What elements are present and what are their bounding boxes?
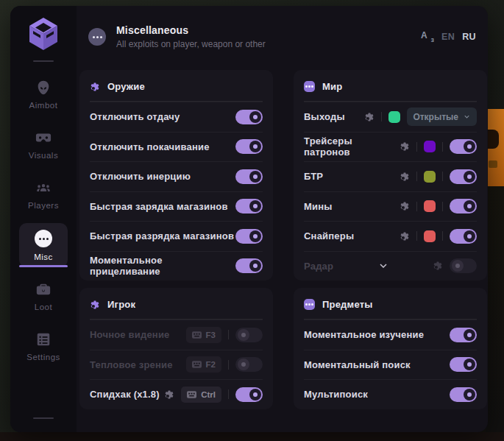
feature-label: Моментальный поиск: [304, 359, 411, 370]
sidebar-item-label: Visuals: [29, 151, 58, 160]
gear-icon[interactable]: [400, 141, 410, 152]
color-swatch[interactable]: [424, 141, 436, 152]
content-grid: Оружие Отключить отдачу Отключить покачи…: [77, 68, 488, 432]
keybind-badge[interactable]: F3: [186, 327, 221, 343]
people-icon: [35, 180, 52, 196]
feature-label: Трейсеры патронов: [304, 135, 400, 158]
alien-icon: [35, 80, 52, 96]
page-subtitle: All exploits on player, weapon or other: [116, 39, 266, 49]
feature-label: Отключить покачивание: [90, 141, 210, 152]
feature-label: Спидхак (x1.8): [90, 389, 160, 400]
sidebar-item-label: Loot: [35, 303, 52, 311]
gear-icon[interactable]: [364, 112, 375, 122]
keybind-label: Ctrl: [201, 390, 216, 399]
vr-goggles-icon: [35, 130, 52, 146]
feature-row: Отключить инерцию: [90, 161, 263, 191]
toggle-switch[interactable]: [235, 139, 263, 154]
feature-row: Снайперы: [304, 221, 477, 251]
feature-label: Отключить отдачу: [90, 111, 180, 122]
background-right-edge: [486, 186, 504, 432]
color-swatch[interactable]: [424, 230, 436, 242]
feature-label: Выходы: [304, 111, 345, 122]
feature-row: Быстрая разрядка магазинов: [90, 221, 263, 251]
toggle-switch[interactable]: [450, 169, 477, 184]
sidebar-divider-top: [33, 60, 54, 62]
gear-icon[interactable]: [400, 201, 410, 211]
sidebar-item-misc[interactable]: Misc: [19, 223, 68, 267]
feature-label: Отключить инерцию: [90, 171, 191, 182]
toggle-switch[interactable]: [450, 229, 477, 244]
toggle-switch[interactable]: [235, 199, 263, 214]
section-player: Игрок Ночное видение F3 Теплов: [79, 288, 273, 409]
toggle-switch[interactable]: [235, 169, 263, 184]
sidebar-item-label: Aimbot: [29, 101, 58, 110]
toggle-switch[interactable]: [450, 357, 477, 372]
exits-dropdown[interactable]: Открытые: [407, 107, 477, 126]
feature-label: Моментальное изучение: [304, 329, 424, 340]
chevron-down-icon[interactable]: [377, 260, 389, 272]
keybind-label: F3: [206, 331, 216, 339]
gear-icon: [90, 300, 100, 310]
feature-label: Моментальное прицеливание: [90, 255, 235, 277]
feature-row: Трейсеры патронов: [304, 132, 477, 162]
toggle-switch[interactable]: [235, 229, 263, 244]
list-settings-icon: [35, 331, 52, 347]
dots-badge-icon: [304, 299, 315, 310]
sidebar-item-settings[interactable]: Settings: [19, 325, 68, 367]
section-items: Предметы Моментальное изучение Моменталь…: [294, 288, 487, 409]
feature-label: БТР: [304, 171, 323, 182]
chevron-down-icon: [463, 113, 471, 121]
color-swatch[interactable]: [388, 111, 400, 123]
color-swatch[interactable]: [424, 200, 436, 212]
toggle-switch[interactable]: [235, 357, 263, 372]
section-title: Предметы: [322, 299, 373, 310]
section-world: Мир Выходы Открытые: [294, 70, 487, 281]
gear-icon[interactable]: [164, 389, 174, 400]
sidebar-item-loot[interactable]: Loot: [19, 275, 68, 317]
feature-row: Быстрая зарядка магазинов: [90, 191, 263, 222]
feature-label: Ночное видение: [90, 329, 170, 340]
feature-row: Ночное видение F3: [90, 320, 263, 350]
feature-row: Отключить покачивание: [90, 132, 263, 162]
feature-row: Спидхак (x1.8) Ctrl: [90, 379, 263, 409]
toggle-switch[interactable]: [450, 258, 477, 273]
sidebar-item-aimbot[interactable]: Aimbot: [19, 73, 68, 116]
keyboard-icon: [187, 391, 196, 398]
keybind-label: F2: [206, 360, 216, 369]
gear-icon[interactable]: [433, 261, 443, 271]
keyboard-icon: [192, 331, 202, 339]
toggle-switch[interactable]: [450, 199, 477, 214]
feature-label: Мины: [304, 201, 333, 212]
sidebar-item-label: Players: [28, 201, 59, 210]
dots-badge-icon: [304, 81, 315, 92]
background-game-fragment: [486, 109, 504, 186]
color-swatch[interactable]: [424, 171, 436, 183]
gear-icon[interactable]: [400, 231, 410, 241]
toggle-switch[interactable]: [235, 387, 263, 402]
keybind-badge[interactable]: F2: [186, 356, 221, 373]
sidebar-item-visuals[interactable]: Visuals: [19, 123, 68, 166]
section-title: Оружие: [107, 81, 145, 92]
toggle-switch[interactable]: [235, 258, 263, 273]
sidebar-item-players[interactable]: Players: [19, 173, 68, 216]
section-title: Мир: [322, 81, 342, 92]
feature-row: Моментальное прицеливание: [90, 251, 263, 281]
feature-label: Радар: [304, 261, 333, 272]
feature-label: Быстрая зарядка магазинов: [90, 201, 228, 212]
toggle-switch[interactable]: [450, 328, 477, 342]
keybind-badge[interactable]: Ctrl: [181, 387, 221, 403]
toggle-switch[interactable]: [450, 139, 477, 154]
lang-en-button[interactable]: EN: [441, 32, 455, 42]
section-weapon: Оружие Отключить отдачу Отключить покачи…: [79, 70, 273, 281]
feature-label: Быстрая разрядка магазинов: [90, 230, 234, 241]
feature-row: Выходы Открытые: [304, 102, 477, 132]
page-header: Miscellaneous All exploits on player, we…: [77, 6, 488, 68]
toggle-switch[interactable]: [235, 328, 263, 342]
feature-row-radar: Радар: [304, 251, 477, 281]
toggle-switch[interactable]: [450, 387, 477, 402]
lang-ru-button[interactable]: RU: [462, 32, 476, 42]
feature-row: Моментальное изучение: [304, 320, 477, 350]
gear-icon[interactable]: [400, 172, 410, 182]
feature-label: Снайперы: [304, 230, 354, 241]
toggle-switch[interactable]: [235, 110, 263, 124]
